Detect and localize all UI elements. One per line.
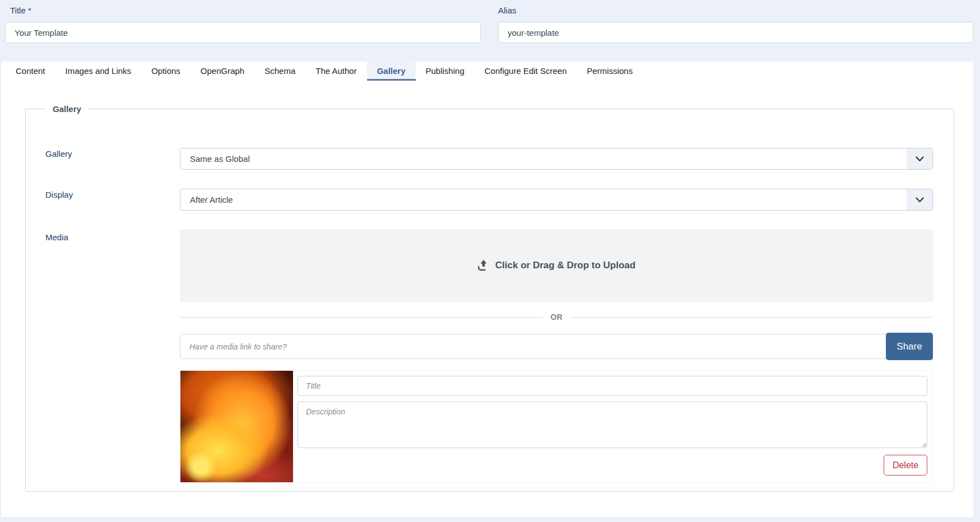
gallery-fieldset: Gallery Gallery Same as Global Display A… [25, 104, 954, 492]
display-select-value: After Article [180, 195, 907, 204]
display-select[interactable]: After Article [180, 189, 933, 211]
tab-permissions[interactable]: Permissions [577, 62, 643, 81]
title-input[interactable] [5, 22, 481, 43]
share-button[interactable]: Share [886, 333, 933, 360]
gallery-field-label: Gallery [45, 149, 72, 159]
media-field-label: Media [45, 232, 68, 242]
tab-options[interactable]: Options [141, 62, 191, 81]
upload-dropzone-label: Click or Drag & Drop to Upload [495, 260, 635, 271]
gallery-legend: Gallery [46, 104, 88, 114]
media-thumbnail [180, 371, 293, 482]
tab-configure-edit-screen[interactable]: Configure Edit Screen [475, 62, 577, 81]
tab-gallery[interactable]: Gallery [367, 62, 416, 81]
tab-schema[interactable]: Schema [254, 62, 305, 81]
alias-input[interactable] [498, 22, 973, 43]
upload-dropzone[interactable]: Click or Drag & Drop to Upload [180, 229, 933, 302]
chevron-down-icon [907, 189, 932, 210]
or-divider-label: OR [551, 313, 563, 321]
alias-label: Alias [498, 6, 517, 15]
page: { "header": { "title_label": "Title *", … [0, 0, 980, 522]
media-description-input[interactable] [298, 402, 927, 448]
tab-the-author[interactable]: The Author [305, 62, 366, 81]
gallery-select[interactable]: Same as Global [180, 148, 933, 170]
media-link-row: Share [180, 333, 933, 360]
divider-line [570, 317, 933, 318]
or-divider: OR [180, 311, 933, 323]
chevron-down-icon [907, 148, 932, 169]
tab-content[interactable]: Content [6, 62, 55, 81]
tab-bar: Content Images and Links Options OpenGra… [6, 62, 643, 81]
content-panel: Content Images and Links Options OpenGra… [1, 62, 973, 517]
media-title-input[interactable] [298, 376, 927, 396]
tab-publishing[interactable]: Publishing [416, 62, 475, 81]
display-field-label: Display [45, 190, 73, 199]
tab-opengraph[interactable]: OpenGraph [191, 62, 254, 81]
divider-line [180, 317, 543, 318]
delete-button[interactable]: Delete [884, 455, 927, 476]
media-item-fields: Delete [293, 371, 932, 482]
title-label: Title * [10, 6, 31, 15]
media-link-input[interactable] [180, 334, 886, 359]
tab-images-and-links[interactable]: Images and Links [55, 62, 142, 81]
media-item: Delete [180, 370, 933, 483]
upload-icon [477, 260, 490, 271]
gallery-select-value: Same as Global [180, 154, 907, 164]
